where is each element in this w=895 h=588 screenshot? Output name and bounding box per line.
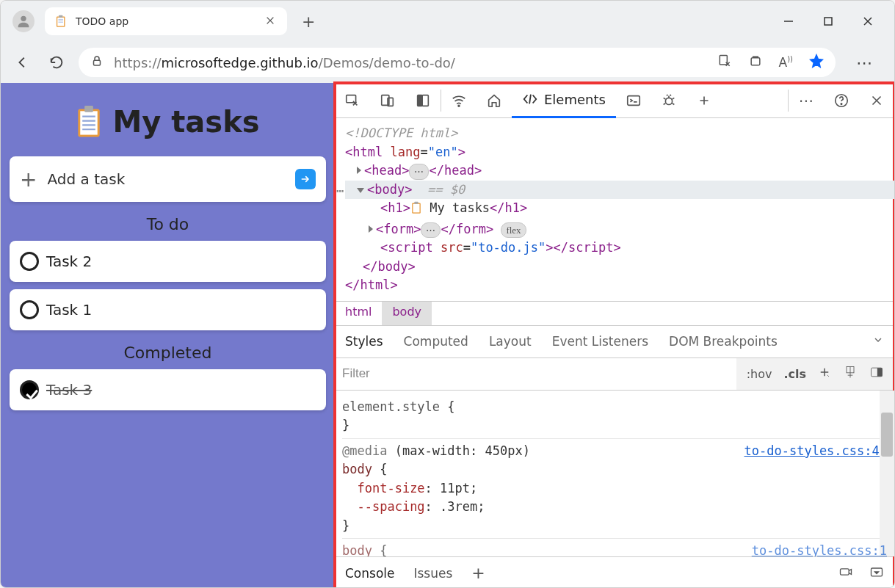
styles-panel[interactable]: element.style {} to-do-styles.css:40 @me… [335,391,894,557]
drawer-tab-console[interactable]: Console [345,566,395,581]
devtools-menu-button[interactable]: ⋯ [789,83,824,118]
svg-rect-19 [347,95,356,102]
svg-rect-9 [94,60,101,65]
inspect-element-button[interactable] [335,83,370,118]
svg-rect-14 [85,106,94,112]
css-selector: body [342,462,372,476]
browser-tab[interactable]: TODO app [45,7,287,35]
task-label: Task 3 [46,381,92,399]
task-item[interactable]: Task 2 [10,241,326,282]
css-source-link[interactable]: to-do-styles.css:1 [752,542,887,556]
drawer-add-tab[interactable]: + [471,564,485,582]
svg-point-0 [21,16,26,21]
dom-tree[interactable]: <!DOCTYPE html> <html lang="en"> <head>⋯… [335,118,894,301]
svg-rect-34 [877,368,883,377]
subtab-event-listeners[interactable]: Event Listeners [552,334,648,349]
task-item[interactable]: Task 1 [10,289,326,330]
bug-icon[interactable] [651,83,686,118]
lock-icon [90,54,104,70]
network-conditions-icon[interactable] [441,83,477,118]
svg-rect-8 [825,18,832,25]
devtools-pane: Elements ⋯ <!DOCTYPE html> <html lang="e… [335,83,894,588]
svg-point-24 [458,105,460,106]
screencast-button[interactable] [405,83,441,118]
refresh-button[interactable] [45,51,68,74]
add-task-row[interactable]: + Add a task [10,156,326,202]
app-home-icon[interactable] [477,83,512,118]
tab-elements[interactable]: Elements [512,83,616,118]
add-task-placeholder: Add a task [47,170,288,188]
drawer-expand-icon[interactable] [869,565,884,582]
console-drawer-icon[interactable] [616,83,651,118]
help-icon[interactable] [824,83,859,118]
profile-avatar[interactable] [12,10,35,32]
task-item[interactable]: Task 3 [10,369,326,410]
svg-rect-13 [81,111,98,134]
elements-tab-label: Elements [544,92,606,107]
svg-rect-10 [720,56,727,65]
read-aloud-icon[interactable]: A)) [779,55,793,70]
svg-rect-11 [751,58,760,65]
cls-toggle[interactable]: .cls [783,367,806,381]
close-devtools-button[interactable] [859,83,894,118]
hov-toggle[interactable]: :hov [747,367,772,381]
svg-point-26 [665,98,672,104]
css-selector: element.style [342,399,440,414]
svg-rect-3 [59,15,62,18]
more-tabs-button[interactable] [686,83,722,118]
browser-menu-button[interactable]: ⋯ [856,54,874,72]
new-tab-button[interactable]: + [302,12,315,31]
submit-task-button[interactable] [295,169,316,189]
window-controls [783,16,887,26]
new-style-rule-button[interactable] [818,366,831,382]
subtab-computed[interactable]: Computed [404,334,468,349]
svg-rect-22 [418,95,422,106]
collections-icon[interactable] [748,54,763,71]
app-viewport: My tasks + Add a task To do Task 2 Task … [1,83,335,588]
toggle-panel-icon[interactable] [869,365,884,382]
devtools-toolbar: Elements ⋯ [335,83,894,118]
section-heading-completed: Completed [10,344,326,362]
styles-subtab-bar: Styles Computed Layout Event Listeners D… [335,326,894,358]
task-checkbox[interactable] [20,300,39,319]
maximize-button[interactable] [822,16,834,26]
svg-rect-25 [628,95,640,105]
drawer-tab-issues[interactable]: Issues [414,566,453,581]
svg-rect-2 [57,18,64,26]
doctype-node: <!DOCTYPE html> [345,126,458,140]
css-source-link[interactable]: to-do-styles.css:40 [744,442,887,461]
selected-dom-node[interactable]: <body> == $0 [345,181,894,200]
dom-breadcrumb[interactable]: html body [335,301,894,326]
styles-filter-input[interactable] [335,358,736,390]
breadcrumb-item[interactable]: html [335,302,382,325]
tab-close-button[interactable] [265,15,277,29]
breadcrumb-item[interactable]: body [382,302,432,325]
styles-filter-row: :hov .cls [335,358,894,391]
svg-rect-30 [413,204,419,213]
window-titlebar: TODO app + [1,1,894,42]
device-toggle-button[interactable] [370,83,405,118]
subtab-layout[interactable]: Layout [489,334,532,349]
edit-page-icon[interactable] [717,54,732,71]
close-window-button[interactable] [862,16,874,26]
back-button[interactable] [11,51,35,74]
expand-toggle-icon[interactable] [369,225,373,233]
svg-rect-31 [414,202,418,204]
favorite-star-icon[interactable] [809,54,824,71]
minimize-button[interactable] [783,16,794,26]
expand-toggle-icon[interactable] [357,167,361,174]
task-checkbox-checked[interactable] [20,380,39,399]
browser-toolbar: https://microsoftedge.github.io/Demos/de… [1,42,894,83]
address-bar[interactable]: https://microsoftedge.github.io/Demos/de… [79,48,836,77]
subtab-styles[interactable]: Styles [345,334,383,349]
subtab-dom-breakpoints[interactable]: DOM Breakpoints [669,334,778,349]
devtools-drawer: Console Issues + [335,556,894,588]
svg-rect-35 [841,568,849,574]
scrollbar[interactable] [880,391,894,557]
tab-favicon-clipboard-icon [55,15,68,28]
drawer-record-icon[interactable] [838,565,853,582]
collapse-toggle-icon[interactable] [357,188,364,193]
chevron-down-icon[interactable] [872,334,884,349]
compare-styles-icon[interactable] [843,365,858,382]
task-checkbox[interactable] [20,252,39,271]
